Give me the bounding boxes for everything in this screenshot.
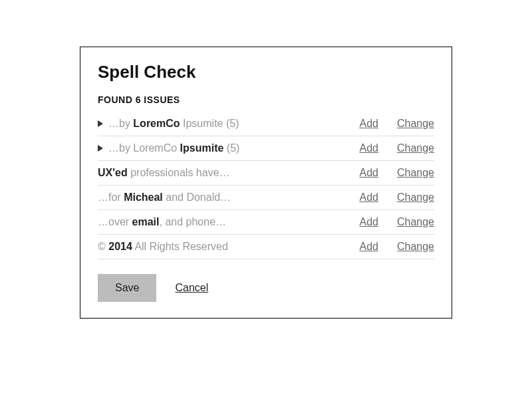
issue-row: …by LoremCo Ipsumite (5)AddChange (98, 136, 434, 161)
issue-context-after: All Rights Reserved (132, 241, 228, 252)
issue-misspelled-word: 2014 (108, 241, 132, 252)
issue-text: © 2014 All Rights Reserved (98, 241, 340, 253)
change-link[interactable]: Change (397, 142, 434, 154)
spell-check-dialog: Spell Check FOUND 6 ISSUES …by LoremCo I… (80, 47, 452, 319)
issue-row: …over email, and phone…AddChange (98, 210, 434, 235)
issue-context-after: professionals have… (128, 167, 230, 178)
issue-misspelled-word: Micheal (124, 192, 163, 203)
change-link[interactable]: Change (397, 216, 434, 228)
change-link[interactable]: Change (397, 192, 434, 203)
issue-context-before: © (98, 241, 108, 252)
issue-context-after: Ipsumite (5) (180, 118, 239, 129)
add-link[interactable]: Add (359, 142, 378, 154)
issue-context-after: , and phone… (160, 216, 227, 227)
issue-text: …by LoremCo Ipsumite (5) (108, 142, 340, 154)
issue-text: …by LoremCo Ipsumite (5) (108, 118, 340, 130)
dialog-footer: Save Cancel (98, 274, 434, 302)
change-link[interactable]: Change (397, 167, 434, 179)
issue-row: …for Micheal and Donald…AddChange (98, 186, 434, 210)
issue-text: UX'ed professionals have… (98, 167, 340, 179)
add-link[interactable]: Add (359, 241, 378, 253)
issue-context-after: (5) (223, 142, 239, 154)
issue-misspelled-word: UX'ed (98, 167, 128, 178)
issue-context-before: …for (98, 192, 124, 203)
issues-list: …by LoremCo Ipsumite (5)AddChange…by Lor… (98, 112, 434, 259)
issue-misspelled-word: email (132, 216, 160, 227)
change-link[interactable]: Change (397, 118, 434, 130)
change-link[interactable]: Change (397, 241, 434, 253)
issue-row: © 2014 All Rights ReservedAddChange (98, 235, 434, 259)
issue-context-after: and Donald… (163, 192, 231, 203)
add-link[interactable]: Add (359, 167, 378, 179)
dialog-title: Spell Check (98, 62, 434, 82)
add-link[interactable]: Add (359, 118, 378, 130)
issue-context-before: …by (108, 118, 133, 129)
disclosure-triangle-icon[interactable] (98, 120, 103, 127)
issue-row: UX'ed professionals have…AddChange (98, 161, 434, 186)
issue-misspelled-word: LoremCo (133, 118, 180, 129)
add-link[interactable]: Add (359, 192, 378, 203)
issue-context-before: …over (98, 216, 132, 227)
issue-row: …by LoremCo Ipsumite (5)AddChange (98, 112, 434, 136)
issues-count-heading: FOUND 6 ISSUES (98, 94, 434, 105)
issue-context-before: …by LoremCo (108, 142, 180, 154)
disclosure-triangle-icon[interactable] (98, 145, 103, 152)
add-link[interactable]: Add (359, 216, 378, 228)
issue-text: …over email, and phone… (98, 216, 340, 228)
issue-misspelled-word: Ipsumite (180, 142, 224, 154)
issue-text: …for Micheal and Donald… (98, 192, 340, 203)
cancel-link[interactable]: Cancel (175, 282, 208, 294)
save-button[interactable]: Save (98, 274, 156, 302)
